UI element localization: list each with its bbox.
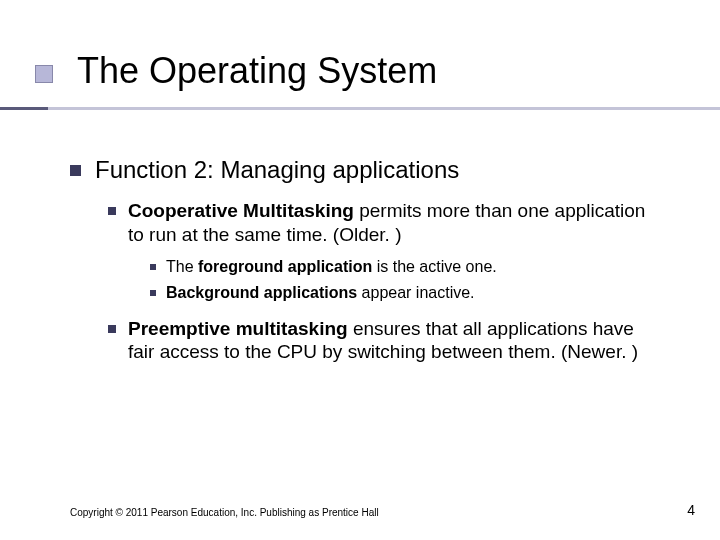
bg-rest: appear inactive. (357, 284, 474, 301)
bg-bold: Background applications (166, 284, 357, 301)
bullet-icon (150, 290, 156, 296)
fg-pre: The (166, 258, 198, 275)
coop-bold: Cooperative Multitasking (128, 200, 354, 221)
list-item: Function 2: Managing applications (70, 155, 660, 185)
coop-multitasking-text: Cooperative Multitasking permits more th… (128, 199, 660, 247)
preempt-bold: Preemptive multitasking (128, 318, 348, 339)
page-number: 4 (687, 502, 695, 518)
bullet-icon (150, 264, 156, 270)
list-item: Background applications appear inactive. (150, 283, 660, 303)
fg-rest: is the active one. (372, 258, 497, 275)
slide-title: The Operating System (77, 50, 437, 92)
title-rule-light (48, 107, 720, 110)
slide-body: Function 2: Managing applications Cooper… (70, 155, 660, 374)
preemptive-text: Preemptive multitasking ensures that all… (128, 317, 660, 365)
copyright-footer: Copyright © 2011 Pearson Education, Inc.… (70, 507, 379, 518)
fg-bold: foreground application (198, 258, 372, 275)
title-decor-square (35, 65, 53, 83)
bullet-icon (108, 207, 116, 215)
foreground-text: The foreground application is the active… (166, 257, 497, 277)
list-item: Preemptive multitasking ensures that all… (108, 317, 660, 365)
bullet-icon (108, 325, 116, 333)
list-item: Cooperative Multitasking permits more th… (108, 199, 660, 247)
lvl1-text: Function 2: Managing applications (95, 155, 459, 185)
bullet-icon (70, 165, 81, 176)
title-rule-dark (0, 107, 48, 110)
list-item: The foreground application is the active… (150, 257, 660, 277)
background-text: Background applications appear inactive. (166, 283, 475, 303)
